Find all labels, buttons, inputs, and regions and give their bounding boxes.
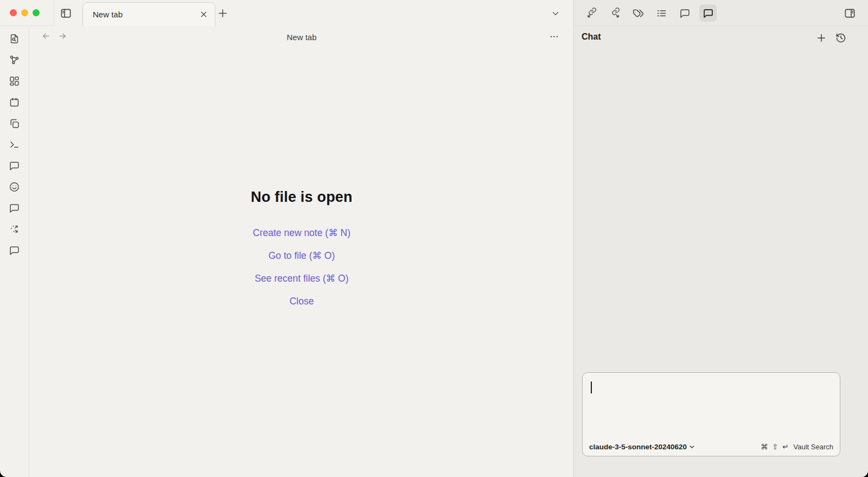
- see-recent-files-link[interactable]: See recent files (⌘ O): [30, 273, 573, 284]
- message-square-icon: [9, 202, 20, 214]
- vault-search-hint: ⌘ ⇧ ↵ Vault Search: [761, 442, 833, 451]
- minimize-window-button[interactable]: [21, 9, 28, 16]
- window-controls-area: [0, 0, 54, 26]
- more-options-icon: [549, 31, 559, 42]
- close-link[interactable]: Close: [30, 296, 573, 307]
- chevron-down-icon: [551, 9, 560, 18]
- text-cursor: [591, 381, 592, 393]
- empty-state-heading: No file is open: [30, 189, 573, 206]
- tab-new-tab[interactable]: New tab: [82, 2, 215, 26]
- connections-icon: [9, 224, 20, 235]
- comment-button-2[interactable]: [8, 201, 21, 214]
- daily-note-button[interactable]: [8, 96, 21, 109]
- chat-bubble-icon: [703, 8, 714, 19]
- model-selector-dropdown[interactable]: claude-3-5-sonnet-20240620: [589, 443, 695, 451]
- toggle-right-sidebar-button[interactable]: [844, 7, 856, 20]
- connections-button[interactable]: [8, 222, 21, 236]
- right-sidebar-toolbar: [574, 0, 868, 26]
- chat-input[interactable]: [588, 378, 834, 436]
- graph-icon: [9, 54, 20, 66]
- tags-icon: [633, 8, 644, 19]
- hotkey-label: Vault Search: [794, 443, 833, 451]
- backlinks-tab-button[interactable]: [583, 4, 600, 22]
- traffic-lights: [10, 9, 40, 16]
- tab-title: New tab: [93, 10, 199, 19]
- obsidian-window: New tab: [0, 0, 868, 477]
- graph-view-button[interactable]: [8, 53, 21, 66]
- toggle-left-sidebar-button[interactable]: [60, 7, 72, 20]
- chat-tab-button[interactable]: [699, 4, 717, 22]
- comment-button-1[interactable]: [8, 159, 21, 172]
- comment-button-3[interactable]: [8, 244, 21, 257]
- tags-tab-button[interactable]: [629, 4, 647, 22]
- outgoing-links-icon: [609, 8, 621, 19]
- view-header: New tab: [30, 26, 573, 48]
- emoji-button[interactable]: [8, 180, 21, 193]
- close-tab-button[interactable]: [199, 10, 208, 19]
- message-square-icon: [9, 160, 20, 171]
- chat-input-container: claude-3-5-sonnet-20240620 ⌘ ⇧ ↵ Vault S…: [582, 372, 840, 456]
- outline-tab-button[interactable]: [653, 4, 670, 22]
- tab-bar: New tab: [0, 0, 573, 26]
- terminal-button[interactable]: [8, 138, 21, 151]
- panel-left-icon: [60, 7, 72, 20]
- view-title: New tab: [30, 26, 573, 48]
- canvas-dashboard-button[interactable]: [8, 74, 21, 87]
- layout-dashboard-icon: [9, 75, 20, 87]
- chevron-down-icon: [689, 444, 695, 450]
- hotkey-keys: ⌘ ⇧ ↵: [761, 442, 790, 451]
- panel-right-icon: [844, 7, 856, 20]
- message-square-icon: [9, 245, 20, 256]
- new-chat-button[interactable]: [816, 33, 827, 43]
- close-window-button[interactable]: [10, 9, 17, 16]
- more-options-button[interactable]: [549, 31, 559, 42]
- calendar-icon: [9, 97, 20, 108]
- tab-list-button[interactable]: [551, 9, 560, 18]
- left-ribbon: [0, 26, 29, 477]
- outgoing-links-tab-button[interactable]: [606, 4, 623, 22]
- file-search-icon: [9, 33, 20, 44]
- history-icon: [835, 33, 846, 43]
- model-selector-value: claude-3-5-sonnet-20240620: [589, 443, 687, 451]
- zoom-window-button[interactable]: [33, 9, 40, 16]
- plus-icon: [217, 8, 228, 19]
- chat-panel-title: Chat: [582, 32, 601, 42]
- backlinks-icon: [586, 8, 597, 19]
- empty-state: No file is open Create new note (⌘ N) Go…: [30, 189, 573, 307]
- templates-button[interactable]: [8, 117, 21, 130]
- right-sidebar-chat-panel: Chat claude-3-5-sonnet-20240620: [573, 0, 868, 477]
- terminal-icon: [9, 139, 20, 150]
- comments-tab-button[interactable]: [676, 4, 693, 22]
- message-square-icon: [679, 8, 691, 19]
- main-workspace: New tab No file is open Create new note …: [30, 26, 573, 477]
- create-new-note-link[interactable]: Create new note (⌘ N): [30, 227, 573, 239]
- copy-icon: [9, 118, 20, 129]
- go-to-file-link[interactable]: Go to file (⌘ O): [30, 250, 573, 262]
- file-search-button[interactable]: [8, 32, 21, 45]
- list-icon: [656, 8, 667, 19]
- smile-icon: [9, 181, 20, 193]
- new-tab-button[interactable]: [217, 8, 228, 19]
- plus-icon: [816, 33, 827, 43]
- close-icon: [199, 10, 208, 19]
- chat-history-button[interactable]: [835, 33, 846, 43]
